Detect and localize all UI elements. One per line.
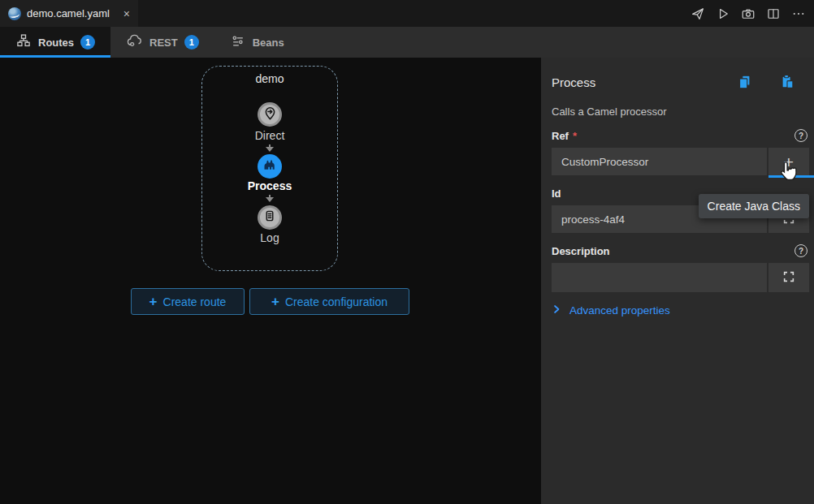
description-label: Description xyxy=(552,245,610,257)
document-icon xyxy=(262,209,277,226)
sliders-icon xyxy=(230,33,246,52)
split-editor-icon[interactable] xyxy=(766,6,781,21)
node-process[interactable] xyxy=(258,154,282,179)
hierarchy-icon xyxy=(15,33,32,52)
send-icon[interactable] xyxy=(691,6,705,21)
create-java-class-button[interactable]: + xyxy=(769,148,809,175)
panel-subtitle: Calls a Camel processor xyxy=(552,106,809,118)
tab-rest-label: REST xyxy=(149,37,178,49)
ellipsis-icon[interactable] xyxy=(791,6,806,21)
fullscreen-icon xyxy=(782,270,795,286)
panel-actions xyxy=(736,73,796,91)
editor-actions xyxy=(691,0,806,27)
run-icon[interactable] xyxy=(716,6,730,21)
node-log[interactable] xyxy=(258,205,282,230)
tab-routes-label: Routes xyxy=(38,37,74,49)
node-direct-label: Direct xyxy=(202,129,337,142)
tooltip: Create Java Class xyxy=(699,194,809,218)
route-canvas[interactable]: demo Direct Process xyxy=(0,58,541,504)
tab-beans[interactable]: Beans xyxy=(214,27,300,58)
camel-icon xyxy=(262,157,278,176)
chevron-right-icon xyxy=(552,304,561,317)
plus-icon: + xyxy=(271,295,279,308)
field-ref: Ref * ? + xyxy=(552,128,809,175)
description-textarea[interactable] xyxy=(552,263,767,292)
create-route-button[interactable]: + Create route xyxy=(131,288,245,315)
panel-title: Process xyxy=(552,75,595,89)
map-pin-icon xyxy=(262,106,278,124)
ref-label-row: Ref * ? xyxy=(552,128,809,143)
tab-routes[interactable]: Routes 1 xyxy=(0,27,110,58)
description-label-row: Description ? xyxy=(552,243,809,258)
cloud-gear-icon xyxy=(126,32,143,52)
route-group-label: demo xyxy=(202,72,337,85)
advanced-properties-label: Advanced properties xyxy=(569,304,670,317)
description-input-row xyxy=(552,263,809,292)
ref-input-row: + xyxy=(552,148,809,175)
field-description: Description ? xyxy=(552,243,809,292)
view-tabstrip: Routes 1 REST 1 Beans xyxy=(0,27,814,58)
paste-icon[interactable] xyxy=(778,73,796,91)
create-route-label: Create route xyxy=(163,295,227,308)
advanced-properties-toggle[interactable]: Advanced properties xyxy=(552,304,809,317)
node-log-label: Log xyxy=(202,231,337,244)
close-icon[interactable]: × xyxy=(123,8,130,19)
copy-icon[interactable] xyxy=(736,73,754,91)
plus-icon: + xyxy=(784,153,794,170)
create-configuration-button[interactable]: + Create configuration xyxy=(249,288,409,315)
help-icon[interactable]: ? xyxy=(795,129,808,142)
plus-icon: + xyxy=(149,295,158,308)
required-asterisk: * xyxy=(573,130,577,142)
route-group-demo[interactable]: demo Direct Process xyxy=(201,66,338,271)
tab-beans-label: Beans xyxy=(253,37,284,49)
node-process-label: Process xyxy=(202,179,337,192)
create-configuration-label: Create configuration xyxy=(285,295,388,308)
ref-label: Ref xyxy=(552,130,569,142)
camel-logo-icon xyxy=(8,7,21,20)
app-window: demo.camel.yaml × Ro xyxy=(0,0,814,504)
camera-icon[interactable] xyxy=(741,6,756,21)
editor-tab-demo-camel-yaml[interactable]: demo.camel.yaml × xyxy=(0,0,138,27)
focus-underline xyxy=(769,175,814,178)
node-direct[interactable] xyxy=(258,102,282,127)
expand-field-button[interactable] xyxy=(769,263,809,292)
ref-input[interactable] xyxy=(552,148,767,175)
help-icon[interactable]: ? xyxy=(795,244,808,257)
properties-panel: Process Calls a Camel processor Ref * ? xyxy=(541,58,814,504)
panel-header: Process xyxy=(552,73,809,91)
file-tab-title: demo.camel.yaml xyxy=(27,7,110,19)
tab-rest[interactable]: REST 1 xyxy=(110,27,214,58)
editor-topbar: demo.camel.yaml × xyxy=(0,0,814,27)
tab-rest-badge: 1 xyxy=(184,35,199,50)
id-label: Id xyxy=(552,187,561,200)
edge-direct-process xyxy=(269,144,271,151)
edge-process-log xyxy=(269,195,271,201)
tab-routes-badge: 1 xyxy=(80,35,95,50)
